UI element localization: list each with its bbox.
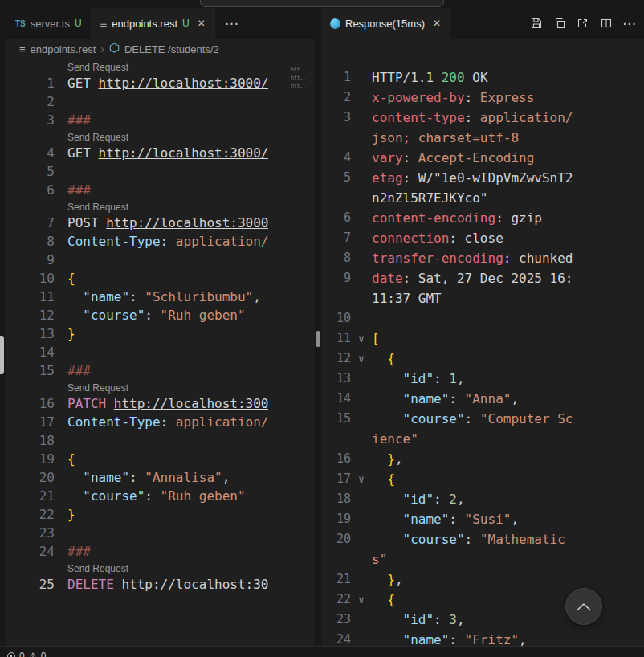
close-tab-icon[interactable]: ✕ <box>433 18 441 29</box>
fold-chevron-icon[interactable]: ∨ <box>351 590 372 610</box>
breadcrumb[interactable]: ≡ endpoints.rest › DELETE /students/2 <box>6 39 315 59</box>
line-content: "course": "Mathematic <box>372 529 644 549</box>
token: connection <box>372 231 449 246</box>
tab-endpoints-rest[interactable]: ≡ endpoints.rest U ✕ <box>92 8 215 39</box>
token: "Mathematic <box>480 532 565 547</box>
token: date <box>372 271 403 286</box>
response-line: 12∨ { <box>321 349 644 369</box>
line-content: GET http://localhost:3000/ <box>67 74 268 92</box>
line-number: 17 <box>321 469 351 489</box>
token: "Computer Sc <box>480 411 573 426</box>
save-response-button[interactable] <box>527 14 546 33</box>
codelens-row: Send Request <box>67 199 315 214</box>
code-line: 24### <box>6 542 315 561</box>
request-url-link[interactable]: http://localhost:3000/ <box>99 75 269 91</box>
token: ### <box>67 112 91 128</box>
fold-gutter <box>351 268 372 288</box>
token: , <box>457 612 465 627</box>
fold-gutter <box>351 188 372 208</box>
line-number: 1 <box>321 67 351 88</box>
line-content: Content-Type: application/ <box>67 232 268 251</box>
line-number: 14 <box>6 343 55 361</box>
right-code: 1HTTP/1.1 200 OK2x-powered-by: Express3c… <box>321 39 644 646</box>
tab-server-ts[interactable]: TS server.ts U <box>6 8 92 39</box>
line-number: 17 <box>6 413 55 431</box>
request-url-link[interactable]: http://localhost:3000 <box>106 215 268 231</box>
send-request-link[interactable]: Send Request <box>67 382 128 394</box>
token: "Susi" <box>465 512 512 527</box>
editor-sash[interactable] <box>315 8 321 646</box>
fold-chevron-icon[interactable]: ∨ <box>351 349 372 369</box>
more-tabs-icon[interactable]: ⋯ <box>215 15 249 32</box>
response-editor[interactable]: 1HTTP/1.1 200 OK2x-powered-by: Express3c… <box>321 39 644 646</box>
token: : <box>145 308 160 323</box>
request-url-link[interactable]: http://localhost:300 <box>114 396 269 411</box>
fold-gutter <box>351 529 372 549</box>
line-number <box>321 549 351 569</box>
request-url-link[interactable]: http://localhost:3000/ <box>99 145 269 161</box>
code-line: 11 "name": "Schluribumbu", <box>6 288 315 306</box>
send-request-link[interactable]: Send Request <box>67 202 128 213</box>
tab-label: server.ts <box>31 18 70 30</box>
rest-file-icon: ≡ <box>100 17 108 31</box>
line-content: { <box>372 469 644 489</box>
line-number: 16 <box>321 449 351 469</box>
send-request-link[interactable]: Send Request <box>67 563 128 574</box>
warning-count: 0 <box>41 651 47 657</box>
token: , <box>457 492 465 507</box>
token: "Ruh geben" <box>161 488 246 504</box>
send-request-link[interactable]: Send Request <box>67 62 128 73</box>
token: , <box>511 512 519 527</box>
line-number: 22 <box>6 505 55 524</box>
fold-chevron-icon[interactable]: ∨ <box>351 328 372 349</box>
copy-response-button[interactable] <box>550 14 569 33</box>
request-url-link[interactable]: http://localhost:30 <box>121 577 268 592</box>
tab-bar-left: TS server.ts U ≡ endpoints.rest U ✕ ⋯ <box>6 8 315 39</box>
fold-gutter <box>351 449 372 469</box>
fold-gutter <box>351 489 372 509</box>
token: OK <box>465 70 488 85</box>
file-icon: ≡ <box>19 43 26 55</box>
token: "Anna" <box>465 391 512 406</box>
token: : <box>434 492 449 507</box>
breadcrumb-file[interactable]: endpoints.rest <box>31 43 96 55</box>
token: "Ruh geben" <box>161 308 246 323</box>
close-tab-icon[interactable]: ✕ <box>198 18 206 29</box>
sash-handle[interactable] <box>316 331 320 347</box>
line-content: "name": "Anna", <box>372 389 644 409</box>
response-line: 15 "course": "Computer Sc <box>321 409 644 429</box>
breadcrumb-symbol[interactable]: DELETE /students/2 <box>124 43 219 55</box>
more-actions-icon[interactable]: ⋯ <box>620 14 639 33</box>
token <box>372 612 403 627</box>
token: chunked <box>519 251 573 266</box>
response-line: 21 }, <box>321 569 644 590</box>
command-center-search[interactable] <box>200 0 444 7</box>
line-number: 21 <box>6 487 55 505</box>
minimap[interactable]: htt..htt..htt.. <box>289 59 315 646</box>
code-line: 25DELETE http://localhost:30 <box>6 575 315 594</box>
token: json; charset=utf-8 <box>372 130 519 145</box>
line-number: 9 <box>6 251 55 269</box>
send-request-link[interactable]: Send Request <box>67 132 128 143</box>
problems-indicator[interactable]: 0 0 <box>6 649 46 657</box>
response-line: 11:37 GMT <box>321 288 644 308</box>
token: "name" <box>83 470 129 485</box>
save-icon <box>530 17 543 30</box>
token: } <box>387 451 395 467</box>
line-content: { <box>372 349 644 369</box>
split-editor-button[interactable] <box>597 14 616 33</box>
token: "name" <box>403 391 450 406</box>
token: : <box>449 512 464 527</box>
line-content: GET http://localhost:3000/ <box>67 144 268 162</box>
tab-response[interactable]: Response(15ms) ✕ <box>321 8 450 39</box>
token: { <box>387 351 395 366</box>
open-response-in-editor-button[interactable] <box>573 14 593 33</box>
token: "name" <box>83 289 129 304</box>
line-content: } <box>67 324 75 343</box>
token: , <box>457 371 465 386</box>
token: "Annalisa" <box>145 470 222 485</box>
line-content: { <box>372 590 644 610</box>
rest-editor[interactable]: Send Request1GET http://localhost:3000/2… <box>6 59 315 646</box>
fold-chevron-icon[interactable]: ∨ <box>351 469 372 489</box>
scroll-to-top-button[interactable] <box>565 588 602 625</box>
